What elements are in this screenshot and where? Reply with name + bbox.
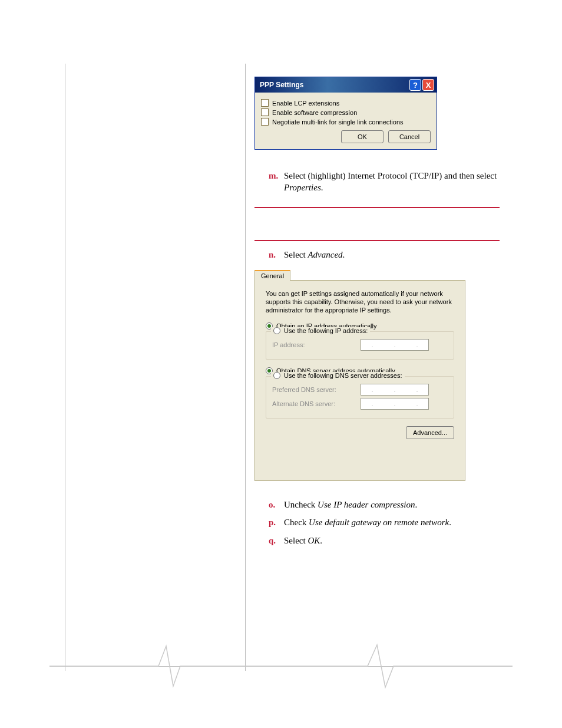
radio-label: Use the following DNS server addresses: — [284, 372, 402, 379]
ppp-title-bar: PPP Settings ? X — [255, 77, 437, 93]
checkbox-label: Enable software compression — [272, 109, 357, 116]
ip-dot: . — [371, 341, 373, 348]
tcpip-properties-panel: General You can get IP settings assigned… — [254, 269, 465, 482]
alternate-dns-input[interactable]: ... — [361, 398, 429, 410]
checkbox-software-compression[interactable] — [261, 108, 269, 116]
advanced-button[interactable]: Advanced... — [406, 426, 454, 439]
step-text-em: Use default gateway on remote network — [309, 518, 449, 527]
step-letter: p. — [269, 516, 284, 528]
step-p: p. Check Use default gateway on remote n… — [269, 516, 500, 528]
step-text: Select (highlight) Internet Protocol (TC… — [284, 170, 500, 194]
radio-ip-manual[interactable] — [273, 327, 280, 334]
layout-rule-bottom — [49, 666, 513, 667]
cancel-button[interactable]: Cancel — [388, 130, 431, 143]
ppp-button-row: OK Cancel — [261, 130, 431, 143]
step-text-em: Properties — [284, 183, 321, 192]
step-text-post: . — [321, 183, 323, 192]
checkbox-label: Enable LCP extensions — [272, 100, 339, 107]
ip-dot: . — [394, 341, 395, 348]
ip-manual-group: Use the following IP address: IP address… — [266, 331, 454, 360]
preferred-dns-label: Preferred DNS server: — [272, 386, 361, 393]
step-text-post: . — [449, 518, 451, 527]
step-m: m. Select (highlight) Internet Protocol … — [269, 170, 500, 194]
tcpip-intro: You can get IP settings assigned automat… — [266, 290, 454, 314]
step-text-post: . — [415, 500, 417, 509]
step-text-post: . — [320, 536, 322, 545]
ip-dot: . — [394, 386, 395, 393]
step-text-pre: Select (highlight) Internet Protocol (TC… — [284, 171, 497, 180]
ip-dot: . — [371, 400, 373, 407]
step-letter: m. — [269, 170, 284, 194]
step-q: q. Select OK. — [269, 535, 500, 546]
checkbox-row: Enable LCP extensions — [261, 99, 431, 107]
checkbox-multilink[interactable] — [261, 118, 269, 126]
ip-dot: . — [394, 400, 395, 407]
radio-label: Use the following IP address: — [284, 327, 368, 334]
ppp-settings-dialog: PPP Settings ? X Enable LCP extensions E… — [254, 77, 437, 150]
tab-general[interactable]: General — [254, 270, 290, 281]
ip-address-input[interactable]: ... — [361, 339, 429, 351]
help-icon[interactable]: ? — [409, 79, 421, 91]
ip-dot: . — [416, 386, 418, 393]
cancel-label: Cancel — [399, 133, 419, 140]
heartbeat-icon — [49, 640, 513, 693]
step-n: n. Select Advanced. — [269, 249, 498, 261]
step-text-pre: Select — [284, 536, 308, 545]
step-text-post: . — [343, 250, 345, 259]
ip-dot: . — [416, 341, 418, 348]
ppp-body: Enable LCP extensions Enable software co… — [255, 93, 437, 149]
preferred-dns-input[interactable]: ... — [361, 384, 429, 396]
tab-body: You can get IP settings assigned automat… — [254, 281, 465, 481]
advanced-label: Advanced... — [413, 429, 447, 436]
layout-rule-left — [65, 64, 65, 671]
checkbox-row: Negotiate multi-link for single link con… — [261, 118, 431, 126]
step-text: Uncheck Use IP header compression. — [284, 499, 500, 510]
field-row: IP address: ... — [272, 339, 448, 351]
step-text-em: Advanced — [308, 250, 342, 259]
steps-lower: o. Uncheck Use IP header compression. p.… — [254, 499, 500, 552]
step-text: Check Use default gateway on remote netw… — [284, 516, 500, 528]
ok-button[interactable]: OK — [341, 130, 384, 143]
layout-rule-mid — [245, 64, 246, 671]
red-rule-top — [254, 207, 500, 208]
step-text: Select Advanced. — [284, 249, 498, 261]
step-text: Select OK. — [284, 535, 500, 546]
step-text-pre: Check — [284, 518, 309, 527]
close-glyph: X — [426, 81, 431, 90]
step-text-pre: Select — [284, 250, 308, 259]
step-text-pre: Uncheck — [284, 500, 318, 509]
step-letter: o. — [269, 499, 284, 510]
dns-manual-group: Use the following DNS server addresses: … — [266, 376, 454, 419]
radio-dns-manual[interactable] — [273, 372, 280, 379]
alternate-dns-label: Alternate DNS server: — [272, 400, 361, 407]
radio-row: Use the following IP address: — [271, 327, 370, 334]
checkbox-row: Enable software compression — [261, 108, 431, 116]
tab-label: General — [261, 272, 284, 279]
ip-dot: . — [371, 386, 373, 393]
close-icon[interactable]: X — [422, 79, 434, 91]
field-row: Preferred DNS server: ... — [272, 384, 448, 396]
tab-strip: General — [254, 269, 465, 281]
ppp-title-text: PPP Settings — [260, 81, 408, 89]
radio-row: Use the following DNS server addresses: — [271, 372, 405, 379]
main-content: PPP Settings ? X Enable LCP extensions E… — [254, 77, 500, 200]
help-glyph: ? — [413, 81, 418, 90]
step-letter: n. — [269, 249, 284, 261]
checkbox-lcp[interactable] — [261, 99, 269, 107]
step-letter: q. — [269, 535, 284, 546]
step-o: o. Uncheck Use IP header compression. — [269, 499, 500, 510]
field-row: Alternate DNS server: ... — [272, 398, 448, 410]
step-text-em: OK — [308, 536, 320, 545]
red-rule-bottom — [254, 240, 500, 241]
ip-dot: . — [416, 400, 418, 407]
step-text-em: Use IP header compression — [318, 500, 415, 509]
ok-label: OK — [358, 133, 367, 140]
ip-address-label: IP address: — [272, 341, 361, 348]
checkbox-label: Negotiate multi-link for single link con… — [272, 118, 404, 126]
